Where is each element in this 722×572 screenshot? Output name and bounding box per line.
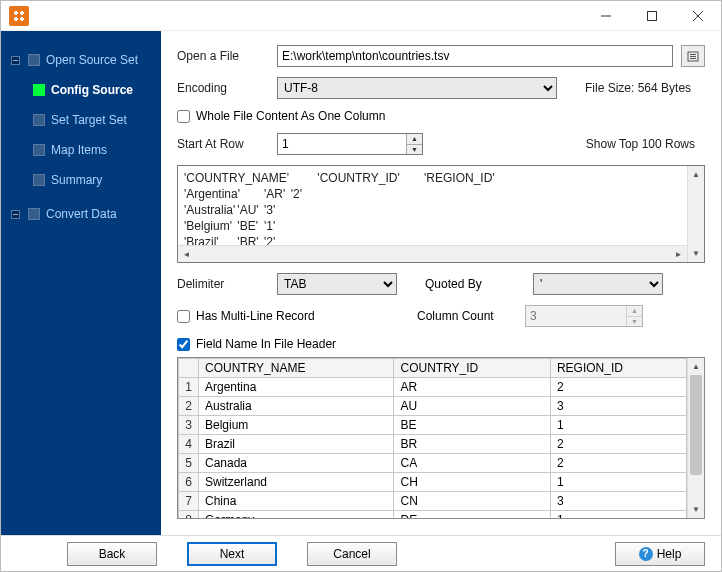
field-header-checkbox[interactable]: Field Name In File Header: [177, 337, 336, 351]
row-number: 7: [179, 492, 199, 511]
maximize-button[interactable]: [629, 1, 675, 31]
grid-cell[interactable]: Germany: [199, 511, 394, 520]
raw-preview-box: 'COUNTRY_NAME' 'COUNTRY_ID' 'REGION_ID' …: [177, 165, 705, 263]
sidebar-item-config-source[interactable]: Config Source: [1, 75, 161, 105]
row-number: 4: [179, 435, 199, 454]
browse-file-button[interactable]: [681, 45, 705, 67]
file-size-label: File Size: 564 Bytes: [585, 81, 691, 95]
grid-cell[interactable]: Brazil: [199, 435, 394, 454]
delimiter-select[interactable]: TAB: [277, 273, 397, 295]
file-path-input[interactable]: [277, 45, 673, 67]
grid-cell[interactable]: AR: [394, 378, 550, 397]
grid-cell[interactable]: CH: [394, 473, 550, 492]
grid-header[interactable]: COUNTRY_ID: [394, 359, 550, 378]
grid-cell[interactable]: Switzerland: [199, 473, 394, 492]
row-number: 2: [179, 397, 199, 416]
scroll-thumb[interactable]: [690, 375, 702, 475]
field-header-checkbox-input[interactable]: [177, 338, 190, 351]
table-row[interactable]: 6SwitzerlandCH1: [179, 473, 687, 492]
next-button[interactable]: Next: [187, 542, 277, 566]
column-count-input: [526, 306, 626, 326]
grid-header[interactable]: COUNTRY_NAME: [199, 359, 394, 378]
table-row[interactable]: 7ChinaCN3: [179, 492, 687, 511]
grid-cell[interactable]: CA: [394, 454, 550, 473]
grid-cell[interactable]: DE: [394, 511, 550, 520]
start-row-input[interactable]: [278, 134, 406, 154]
titlebar: [1, 1, 721, 31]
grid-cell[interactable]: 2: [550, 435, 686, 454]
grid-cell[interactable]: AU: [394, 397, 550, 416]
multi-line-checkbox[interactable]: Has Multi-Line Record: [177, 309, 389, 323]
sidebar-item-convert-data[interactable]: Convert Data: [1, 199, 161, 229]
tree-collapse-icon: [11, 210, 20, 219]
minimize-button[interactable]: [583, 1, 629, 31]
grid-cell[interactable]: China: [199, 492, 394, 511]
grid-cell[interactable]: 2: [550, 378, 686, 397]
step-box-icon: [33, 174, 45, 186]
sidebar-item-set-target-set[interactable]: Set Target Set: [1, 105, 161, 135]
scroll-left-icon[interactable]: ◄: [178, 246, 195, 262]
sidebar-item-summary[interactable]: Summary: [1, 165, 161, 195]
grid-cell[interactable]: 2: [550, 454, 686, 473]
grid-cell[interactable]: CN: [394, 492, 550, 511]
scroll-right-icon[interactable]: ►: [670, 246, 687, 262]
multi-line-checkbox-label: Has Multi-Line Record: [196, 309, 315, 323]
grid-cell[interactable]: Canada: [199, 454, 394, 473]
table-row[interactable]: 4BrazilBR2: [179, 435, 687, 454]
multi-line-checkbox-input[interactable]: [177, 310, 190, 323]
scroll-up-icon[interactable]: ▲: [688, 166, 704, 183]
svg-rect-6: [690, 56, 696, 57]
quoted-by-select[interactable]: ': [533, 273, 663, 295]
grid-cell[interactable]: 1: [550, 416, 686, 435]
grid-cell[interactable]: BR: [394, 435, 550, 454]
preview-vertical-scrollbar[interactable]: ▲ ▼: [687, 166, 704, 262]
wizard-footer: Back Next Cancel ? Help: [1, 535, 721, 571]
encoding-select[interactable]: UTF-8: [277, 77, 557, 99]
grid-vertical-scrollbar[interactable]: ▲ ▼: [687, 358, 704, 518]
scroll-down-icon[interactable]: ▼: [688, 245, 704, 262]
whole-file-checkbox[interactable]: Whole File Content As One Column: [177, 109, 385, 123]
start-row-spinner[interactable]: ▲ ▼: [277, 133, 423, 155]
field-header-checkbox-label: Field Name In File Header: [196, 337, 336, 351]
row-number: 1: [179, 378, 199, 397]
preview-horizontal-scrollbar[interactable]: ◄ ►: [178, 245, 687, 262]
step-box-icon: [33, 114, 45, 126]
row-number: 3: [179, 416, 199, 435]
grid-header[interactable]: REGION_ID: [550, 359, 686, 378]
table-row[interactable]: 1ArgentinaAR2: [179, 378, 687, 397]
table-row[interactable]: 2AustraliaAU3: [179, 397, 687, 416]
sidebar-item-open-source-set[interactable]: Open Source Set: [1, 45, 161, 75]
grid-cell[interactable]: 3: [550, 492, 686, 511]
scroll-down-icon[interactable]: ▼: [688, 501, 704, 518]
sidebar-item-map-items[interactable]: Map Items: [1, 135, 161, 165]
grid-cell[interactable]: 1: [550, 511, 686, 520]
spinner-up-icon[interactable]: ▲: [407, 134, 422, 145]
grid-cell[interactable]: Australia: [199, 397, 394, 416]
grid-cell[interactable]: 1: [550, 473, 686, 492]
step-box-icon: [28, 54, 40, 66]
grid-cell[interactable]: Argentina: [199, 378, 394, 397]
sidebar-item-label: Open Source Set: [46, 53, 138, 67]
spinner-down-icon[interactable]: ▼: [407, 145, 422, 155]
help-button[interactable]: ? Help: [615, 542, 705, 566]
table-row[interactable]: 3BelgiumBE1: [179, 416, 687, 435]
step-box-icon: [33, 84, 45, 96]
close-button[interactable]: [675, 1, 721, 31]
table-row[interactable]: 5CanadaCA2: [179, 454, 687, 473]
sidebar-item-label: Map Items: [51, 143, 107, 157]
row-number: 5: [179, 454, 199, 473]
svg-rect-5: [690, 54, 696, 55]
app-icon: [9, 6, 29, 26]
whole-file-checkbox-input[interactable]: [177, 110, 190, 123]
svg-rect-1: [648, 11, 657, 20]
step-box-icon: [33, 144, 45, 156]
table-row[interactable]: 8GermanyDE1: [179, 511, 687, 520]
spinner-down-icon: ▼: [627, 317, 642, 327]
grid-cell[interactable]: Belgium: [199, 416, 394, 435]
grid-cell[interactable]: BE: [394, 416, 550, 435]
back-button[interactable]: Back: [67, 542, 157, 566]
step-box-icon: [28, 208, 40, 220]
scroll-up-icon[interactable]: ▲: [688, 358, 704, 375]
grid-cell[interactable]: 3: [550, 397, 686, 416]
cancel-button[interactable]: Cancel: [307, 542, 397, 566]
